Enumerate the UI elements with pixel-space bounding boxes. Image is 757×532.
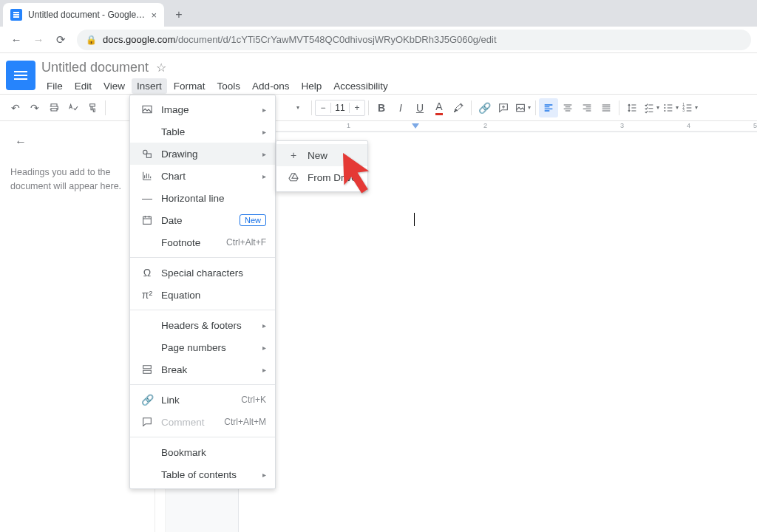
checklist-button[interactable] <box>642 98 661 117</box>
address-bar[interactable]: 🔒 docs.google.com /document/d/1cYTi5CrYa… <box>77 30 751 50</box>
menubar: File Edit View Insert Format Tools Add-o… <box>41 78 393 94</box>
star-icon[interactable]: ☆ <box>156 61 166 75</box>
line-spacing-button[interactable] <box>622 98 642 117</box>
ruler-indent-marker[interactable] <box>412 123 419 129</box>
menu-item-toc[interactable]: Table of contents ▸ <box>130 463 275 485</box>
close-tab-icon[interactable]: × <box>151 10 157 21</box>
numbered-list-button[interactable]: 123 <box>680 98 699 117</box>
styles-dropdown[interactable] <box>286 98 308 117</box>
outline-placeholder: Headings you add to the document will ap… <box>10 166 144 194</box>
url-path: /document/d/1cYTi5CrYawMVT548QC0dhivosjW… <box>175 34 496 45</box>
link-icon: 🔗 <box>139 394 155 406</box>
paint-format-button[interactable] <box>83 98 102 117</box>
browser-tab-strip: Untitled document - Google Doc × + <box>0 0 757 27</box>
svg-rect-10 <box>143 216 152 224</box>
menu-item-headers-footers[interactable]: Headers & footers ▸ <box>130 314 275 336</box>
ruler-tick: 1 <box>347 122 350 129</box>
submenu-arrow-icon: ▸ <box>262 172 266 180</box>
menu-item-table[interactable]: Table ▸ <box>130 120 275 143</box>
submenu-item-from-drive[interactable]: From Drive <box>276 166 367 188</box>
menu-item-link[interactable]: 🔗 Link Ctrl+K <box>130 389 275 411</box>
submenu-arrow-icon: ▸ <box>262 150 266 158</box>
menu-file[interactable]: File <box>41 78 68 94</box>
menu-item-bookmark[interactable]: Bookmark <box>130 441 275 463</box>
redo-button[interactable]: ↷ <box>25 98 44 117</box>
highlight-button[interactable]: 🖍 <box>449 98 468 117</box>
menu-view[interactable]: View <box>98 78 130 94</box>
insert-image-button[interactable] <box>513 98 532 117</box>
bulleted-list-button[interactable] <box>661 98 680 117</box>
align-left-button[interactable] <box>539 98 558 117</box>
ruler-tick: 5 <box>753 122 757 129</box>
drive-icon <box>285 171 302 183</box>
shortcut-label: Ctrl+K <box>241 395 266 405</box>
shortcut-label: Ctrl+Alt+F <box>226 237 266 248</box>
align-justify-button[interactable] <box>597 98 616 117</box>
menu-format[interactable]: Format <box>169 78 211 94</box>
menu-insert[interactable]: Insert <box>132 78 167 94</box>
svg-rect-7 <box>143 106 152 112</box>
browser-nav-bar: ← → ⟳ 🔒 docs.google.com /document/d/1cYT… <box>0 27 757 53</box>
menu-addons[interactable]: Add-ons <box>247 78 294 94</box>
submenu-arrow-icon: ▸ <box>262 471 266 479</box>
print-button[interactable] <box>44 98 64 117</box>
bold-button[interactable]: B <box>372 98 391 117</box>
menu-separator <box>130 257 275 258</box>
forward-button: → <box>28 30 49 50</box>
font-size-control[interactable]: − 11 + <box>315 100 365 116</box>
outline-collapse-button[interactable]: ← <box>10 132 31 152</box>
italic-button[interactable]: I <box>391 98 410 117</box>
drawing-icon <box>139 148 155 160</box>
align-right-button[interactable] <box>577 98 597 117</box>
menu-item-footnote[interactable]: Footnote Ctrl+Alt+F <box>130 231 275 253</box>
menu-item-special-characters[interactable]: Ω Special characters <box>130 262 275 284</box>
menu-item-break[interactable]: Break ▸ <box>130 358 275 381</box>
menu-item-page-numbers[interactable]: Page numbers ▸ <box>130 336 275 358</box>
pi-icon: π² <box>139 289 155 301</box>
reload-button[interactable]: ⟳ <box>50 30 71 50</box>
ruler-tick: 2 <box>483 122 487 129</box>
menu-tools[interactable]: Tools <box>212 78 246 94</box>
menu-item-comment: Comment Ctrl+Alt+M <box>130 411 275 433</box>
lock-icon: 🔒 <box>86 35 97 45</box>
menu-edit[interactable]: Edit <box>69 78 97 94</box>
back-button[interactable]: ← <box>6 30 27 50</box>
svg-text:3: 3 <box>682 109 685 112</box>
plus-icon: + <box>285 149 302 161</box>
align-center-button[interactable] <box>558 98 577 117</box>
svg-point-1 <box>664 104 665 106</box>
text-color-button[interactable]: A <box>430 98 449 117</box>
docs-logo-icon[interactable] <box>6 61 35 90</box>
font-size-decrease[interactable]: − <box>316 103 330 113</box>
document-title[interactable]: Untitled document <box>41 60 149 75</box>
menu-item-drawing[interactable]: Drawing ▸ <box>130 143 275 165</box>
submenu-arrow-icon: ▸ <box>262 321 266 330</box>
browser-tab[interactable]: Untitled document - Google Doc × <box>3 3 164 27</box>
svg-point-2 <box>664 107 665 109</box>
underline-button[interactable]: U <box>410 98 430 117</box>
chart-icon <box>139 170 155 182</box>
menu-item-horizontal-line[interactable]: — Horizontal line <box>130 187 275 209</box>
svg-rect-9 <box>146 154 151 157</box>
menu-separator <box>130 384 275 385</box>
spellcheck-button[interactable] <box>64 98 83 117</box>
menu-item-chart[interactable]: Chart ▸ <box>130 165 275 187</box>
undo-button[interactable]: ↶ <box>6 98 25 117</box>
shortcut-label: Ctrl+Alt+M <box>224 417 266 427</box>
menu-help[interactable]: Help <box>296 78 327 94</box>
submenu-item-new[interactable]: + New <box>276 144 367 166</box>
menu-item-image[interactable]: Image ▸ <box>130 98 275 120</box>
menu-accessibility[interactable]: Accessibility <box>328 78 393 94</box>
menu-item-equation[interactable]: π² Equation <box>130 284 275 306</box>
url-domain: docs.google.com <box>103 34 175 45</box>
toolbar: ↶ ↷ − 11 + B I U A 🖍 🔗 123 <box>0 95 757 121</box>
workspace: ← Headings you add to the document will … <box>0 121 757 532</box>
ruler-tick: 3 <box>620 122 624 129</box>
insert-link-button[interactable]: 🔗 <box>475 98 494 117</box>
insert-comment-button[interactable] <box>494 98 513 117</box>
new-tab-button[interactable]: + <box>169 4 189 25</box>
font-size-increase[interactable]: + <box>350 103 364 113</box>
font-size-value[interactable]: 11 <box>330 103 350 113</box>
calendar-icon <box>139 214 155 226</box>
menu-item-date[interactable]: Date New <box>130 209 275 231</box>
